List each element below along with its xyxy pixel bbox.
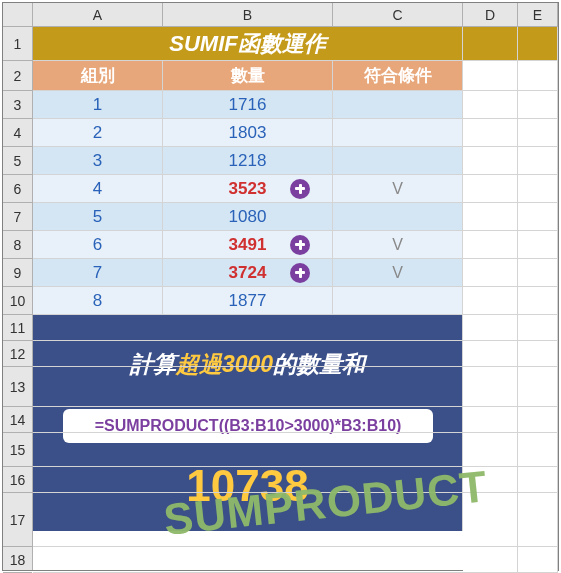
- cell-group[interactable]: 6: [33, 231, 163, 259]
- cell-E10[interactable]: [518, 287, 558, 315]
- table-row: 21803: [33, 119, 558, 147]
- cell-match[interactable]: V: [333, 231, 463, 259]
- cell-match[interactable]: V: [333, 259, 463, 287]
- row-header-3[interactable]: 3: [3, 91, 32, 119]
- col-header-A[interactable]: A: [33, 3, 163, 26]
- header-match[interactable]: 符合條件: [333, 61, 463, 91]
- cell-E14[interactable]: [518, 407, 558, 433]
- cell-D16[interactable]: [463, 467, 518, 493]
- cell-E3[interactable]: [518, 91, 558, 119]
- cell-D15[interactable]: [463, 433, 518, 467]
- col-header-B[interactable]: B: [163, 3, 333, 26]
- cell-E9[interactable]: [518, 259, 558, 287]
- cell-E5[interactable]: [518, 147, 558, 175]
- row-header-16[interactable]: 16: [3, 467, 32, 493]
- col-header-D[interactable]: D: [463, 3, 518, 26]
- cell-group[interactable]: 3: [33, 147, 163, 175]
- grid-row: [33, 367, 558, 407]
- table-row: 11716: [33, 91, 558, 119]
- row-header-2[interactable]: 2: [3, 61, 32, 91]
- cell-E1[interactable]: [518, 27, 558, 61]
- cell-D5[interactable]: [463, 147, 518, 175]
- cell-match[interactable]: V: [333, 175, 463, 203]
- row-header-8[interactable]: 8: [3, 231, 32, 259]
- cell-qty[interactable]: 1803: [163, 119, 333, 147]
- cell-D10[interactable]: [463, 287, 518, 315]
- cell-group[interactable]: 4: [33, 175, 163, 203]
- row-header-9[interactable]: 9: [3, 259, 32, 287]
- cell-D4[interactable]: [463, 119, 518, 147]
- cell-D13[interactable]: [463, 367, 518, 407]
- row-header-12[interactable]: 12: [3, 341, 32, 367]
- cell-qty[interactable]: 1218: [163, 147, 333, 175]
- panel-spacer: [33, 467, 463, 493]
- cell-qty[interactable]: 3523: [163, 175, 333, 203]
- row-header-5[interactable]: 5: [3, 147, 32, 175]
- cell-D1[interactable]: [463, 27, 518, 61]
- cell-match[interactable]: [333, 287, 463, 315]
- select-all-corner[interactable]: [3, 3, 33, 27]
- cell-D2[interactable]: [463, 61, 518, 91]
- row-header-18[interactable]: 18: [3, 547, 32, 573]
- cell-D3[interactable]: [463, 91, 518, 119]
- cell-E15[interactable]: [518, 433, 558, 467]
- cell-E2[interactable]: [518, 61, 558, 91]
- cell-E17[interactable]: [518, 493, 558, 547]
- header-qty[interactable]: 數量: [163, 61, 333, 91]
- cell-E6[interactable]: [518, 175, 558, 203]
- cell-D14[interactable]: [463, 407, 518, 433]
- cell-D17[interactable]: [463, 493, 518, 547]
- cell-E16[interactable]: [518, 467, 558, 493]
- plus-icon: [290, 179, 310, 199]
- cell-qty[interactable]: 1877: [163, 287, 333, 315]
- row-header-11[interactable]: 11: [3, 315, 32, 341]
- cell-qty[interactable]: 3724: [163, 259, 333, 287]
- cell-D18[interactable]: [463, 547, 518, 573]
- cell-group[interactable]: 2: [33, 119, 163, 147]
- grid-row: [33, 315, 558, 341]
- row-header-10[interactable]: 10: [3, 287, 32, 315]
- cell-E11[interactable]: [518, 315, 558, 341]
- cell-E18[interactable]: [518, 547, 558, 573]
- cell-group[interactable]: 5: [33, 203, 163, 231]
- cell-E13[interactable]: [518, 367, 558, 407]
- table-row: 31218: [33, 147, 558, 175]
- cell-qty[interactable]: 1080: [163, 203, 333, 231]
- cell-E12[interactable]: [518, 341, 558, 367]
- cell-D12[interactable]: [463, 341, 518, 367]
- plus-icon: [290, 263, 310, 283]
- cell-qty[interactable]: 1716: [163, 91, 333, 119]
- row-header-17[interactable]: 17: [3, 493, 32, 547]
- cell-group[interactable]: 7: [33, 259, 163, 287]
- cell-D11[interactable]: [463, 315, 518, 341]
- cell-E8[interactable]: [518, 231, 558, 259]
- row-header-14[interactable]: 14: [3, 407, 32, 433]
- panel-spacer: [33, 547, 463, 573]
- cell-match[interactable]: [333, 203, 463, 231]
- cell-match[interactable]: [333, 119, 463, 147]
- cell-group[interactable]: 1: [33, 91, 163, 119]
- row-header-15[interactable]: 15: [3, 433, 32, 467]
- row-header-4[interactable]: 4: [3, 119, 32, 147]
- cell-grid: SUMIF函數運作 組別 數量 符合條件 1171621803312184352…: [33, 27, 558, 570]
- row-header-13[interactable]: 13: [3, 367, 32, 407]
- row-header-1[interactable]: 1: [3, 27, 32, 61]
- cell-D8[interactable]: [463, 231, 518, 259]
- page-title[interactable]: SUMIF函數運作: [33, 27, 463, 61]
- cell-D9[interactable]: [463, 259, 518, 287]
- cell-qty[interactable]: 3491: [163, 231, 333, 259]
- panel-spacer: [33, 367, 463, 407]
- cell-E7[interactable]: [518, 203, 558, 231]
- cell-E4[interactable]: [518, 119, 558, 147]
- row-header-6[interactable]: 6: [3, 175, 32, 203]
- col-header-C[interactable]: C: [333, 3, 463, 26]
- col-header-E[interactable]: E: [518, 3, 558, 26]
- cell-D6[interactable]: [463, 175, 518, 203]
- row-header-7[interactable]: 7: [3, 203, 32, 231]
- cell-D7[interactable]: [463, 203, 518, 231]
- cell-group[interactable]: 8: [33, 287, 163, 315]
- qty-value: 1080: [229, 207, 267, 227]
- header-group[interactable]: 組別: [33, 61, 163, 91]
- cell-match[interactable]: [333, 147, 463, 175]
- cell-match[interactable]: [333, 91, 463, 119]
